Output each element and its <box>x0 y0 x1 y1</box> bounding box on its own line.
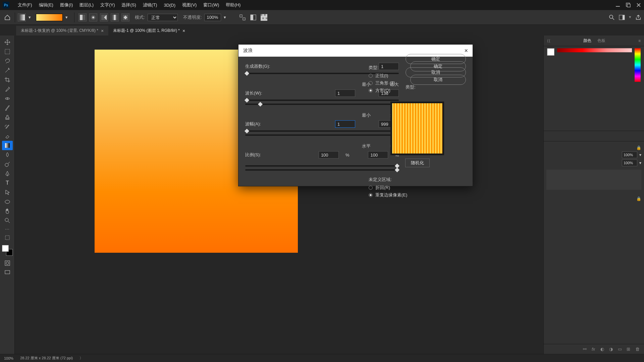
gradient-preview[interactable] <box>36 14 63 21</box>
layer-thumbnail[interactable] <box>546 170 641 190</box>
fx-icon[interactable]: fx <box>592 347 597 352</box>
stamp-tool-icon[interactable] <box>2 113 13 122</box>
opacity-input[interactable] <box>204 14 221 21</box>
wavelength-label: 波长(W): <box>245 90 262 96</box>
zoom-tool-icon[interactable] <box>2 216 13 225</box>
menu-select[interactable]: 选择(S) <box>118 2 139 8</box>
wrap-radio[interactable]: 折回(R) <box>369 185 466 191</box>
wavelength-min-input[interactable] <box>335 89 355 97</box>
type-triangle-radio[interactable]: 三角形 (T) <box>369 80 406 86</box>
tool-overflow-icon[interactable]: ⋯ <box>0 227 14 232</box>
reverse-icon[interactable] <box>238 13 247 21</box>
eraser-tool-icon[interactable] <box>2 131 13 141</box>
chevron-down-icon[interactable]: ▾ <box>29 15 33 20</box>
scale-h-input[interactable] <box>319 151 339 159</box>
home-icon[interactable] <box>3 13 12 22</box>
menu-type[interactable]: 文字(Y) <box>97 2 118 8</box>
marquee-tool-icon[interactable] <box>2 47 13 56</box>
menu-help[interactable]: 帮助(H) <box>222 2 244 8</box>
diamond-gradient-icon[interactable] <box>121 13 129 21</box>
transparency-icon[interactable] <box>260 13 268 21</box>
pen-tool-icon[interactable] <box>2 169 13 178</box>
type-square-radio[interactable]: 方形(Q) <box>369 87 406 94</box>
blend-mode-select[interactable]: 正常 <box>148 14 178 21</box>
linear-gradient-icon[interactable] <box>78 13 87 21</box>
dialog-close-icon[interactable]: × <box>464 47 468 54</box>
fill-field[interactable] <box>622 160 637 166</box>
ok-button[interactable]: 确定 <box>410 61 466 71</box>
crop-tool-icon[interactable] <box>2 75 13 84</box>
workspace-icon[interactable] <box>619 14 625 20</box>
chevron-down-icon[interactable]: ▾ <box>639 161 641 165</box>
mask-icon[interactable]: ◐ <box>600 347 606 352</box>
gradient-tool-icon[interactable] <box>18 13 26 21</box>
new-layer-icon[interactable]: ⊞ <box>627 347 632 352</box>
gradient-picker-chevron[interactable]: ▾ <box>65 15 70 20</box>
blur-tool-icon[interactable] <box>2 150 13 160</box>
brush-tool-icon[interactable] <box>2 103 13 113</box>
repeat-edge-radio[interactable]: 重复边缘像素(E) <box>369 192 466 198</box>
tab-close-icon[interactable]: × <box>101 28 104 34</box>
panel-tab-color[interactable]: 颜色 <box>583 38 591 44</box>
dither-icon[interactable] <box>249 13 257 21</box>
eyedropper-tool-icon[interactable] <box>2 84 13 94</box>
search-icon[interactable] <box>609 14 615 20</box>
opacity-chevron[interactable]: ▾ <box>224 15 228 20</box>
share-icon[interactable] <box>635 14 641 20</box>
color-fg-swatch[interactable] <box>547 48 554 56</box>
menu-3d[interactable]: 3D(D) <box>160 3 179 8</box>
menu-edit[interactable]: 编辑(E) <box>36 2 57 8</box>
menu-view[interactable]: 视图(V) <box>179 2 200 8</box>
tab-close-icon[interactable]: × <box>182 28 185 34</box>
adjustment-icon[interactable]: ◑ <box>609 347 614 352</box>
menu-window[interactable]: 窗口(W) <box>200 2 222 8</box>
cancel-button[interactable]: 取消 <box>410 75 466 85</box>
svg-line-33 <box>8 162 10 164</box>
close-icon[interactable] <box>636 2 641 8</box>
trash-icon[interactable]: 🗑 <box>635 347 641 352</box>
workspace-chevron[interactable]: ▾ <box>629 14 631 20</box>
screen-mode-icon[interactable] <box>2 268 13 277</box>
lasso-tool-icon[interactable] <box>2 56 13 66</box>
minimize-icon[interactable] <box>615 2 621 8</box>
panel-tab-swatches[interactable]: 色板 <box>597 38 605 44</box>
amplitude-min-input[interactable] <box>335 120 355 128</box>
opacity-field[interactable] <box>622 152 637 158</box>
hue-slider[interactable] <box>635 48 641 82</box>
hand-tool-icon[interactable] <box>2 206 13 216</box>
chevron-down-icon[interactable]: ▾ <box>639 153 641 157</box>
link-icon[interactable]: ⚯ <box>583 347 588 352</box>
status-chevron[interactable]: 〉 <box>79 356 83 361</box>
heal-tool-icon[interactable] <box>2 94 13 103</box>
type-tool-icon[interactable]: T <box>2 178 13 188</box>
folder-icon[interactable]: ▭ <box>618 347 623 352</box>
document-tab[interactable]: 未标题-1-恢复的 @ 100% (背景, CMYK/8) * × <box>16 26 108 36</box>
panel-collapse-icon[interactable]: ⟨⟨ <box>547 39 550 43</box>
panel-menu-icon[interactable]: ≡ <box>638 39 641 43</box>
zoom-level[interactable]: 100% <box>4 356 13 360</box>
quick-mask-icon[interactable] <box>2 258 13 268</box>
shape-tool-icon[interactable] <box>2 197 13 206</box>
menu-image[interactable]: 图像(I) <box>57 2 76 8</box>
menu-layer[interactable]: 图层(L) <box>76 2 97 8</box>
path-select-icon[interactable] <box>2 188 13 197</box>
menu-file[interactable]: 文件(F) <box>14 2 36 8</box>
radial-gradient-icon[interactable] <box>89 13 97 21</box>
wand-tool-icon[interactable] <box>2 66 13 75</box>
lock-icon[interactable]: 🔒 <box>636 145 641 150</box>
randomize-button[interactable]: 随机化 <box>405 159 430 167</box>
edit-toolbar-icon[interactable] <box>2 233 13 242</box>
gradient-tool-icon[interactable] <box>2 141 13 150</box>
dodge-tool-icon[interactable] <box>2 160 13 169</box>
type-sine-radio[interactable]: 正弦(I) <box>369 73 406 79</box>
history-brush-icon[interactable] <box>2 122 13 131</box>
move-tool-icon[interactable] <box>2 38 13 47</box>
document-tab[interactable]: 未标题-1 @ 100% (图层 1, RGB/8#) * × <box>108 26 190 36</box>
foreground-background-colors[interactable] <box>2 245 13 256</box>
maximize-icon[interactable] <box>626 2 631 8</box>
svg-rect-5 <box>19 14 25 20</box>
angle-gradient-icon[interactable] <box>100 13 108 21</box>
reflected-gradient-icon[interactable] <box>111 13 119 21</box>
menu-filter[interactable]: 滤镜(T) <box>140 2 161 8</box>
svg-rect-12 <box>114 15 116 20</box>
